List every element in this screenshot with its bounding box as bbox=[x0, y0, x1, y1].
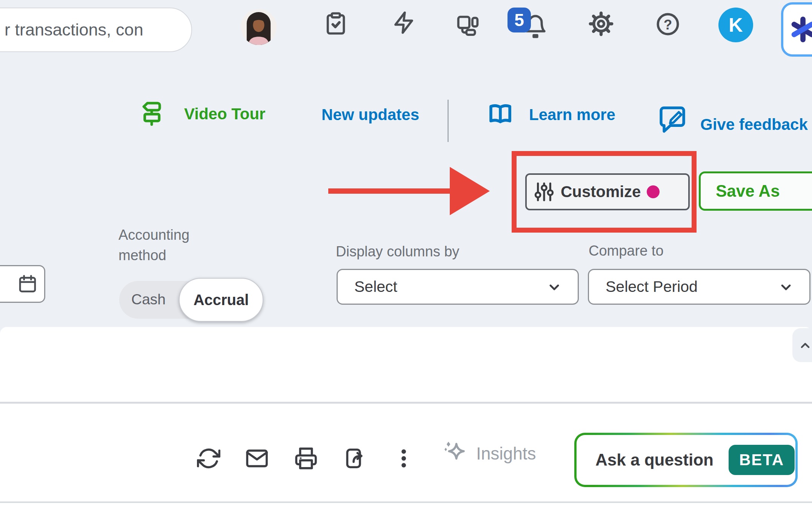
export-icon[interactable] bbox=[343, 447, 367, 470]
toggle-option-cash[interactable]: Cash bbox=[131, 291, 166, 308]
avatar-photo bbox=[241, 9, 277, 45]
browser-extension-button[interactable] bbox=[781, 2, 812, 57]
notification-count: 5 bbox=[514, 10, 524, 30]
give-feedback-link[interactable]: Give feedback bbox=[700, 116, 808, 134]
ask-a-question-button[interactable]: Ask a question BETA bbox=[574, 433, 798, 487]
compare-to-label: Compare to bbox=[589, 241, 664, 261]
account-avatar[interactable]: K bbox=[718, 8, 753, 42]
learn-more-book-icon bbox=[486, 100, 515, 127]
refresh-icon[interactable] bbox=[197, 447, 220, 470]
insights-button[interactable]: Insights bbox=[476, 443, 536, 464]
collapse-header-button[interactable] bbox=[792, 328, 812, 362]
ask-a-question-inner: Ask a question BETA bbox=[577, 435, 795, 485]
panel-divider-top bbox=[0, 402, 812, 404]
display-columns-select[interactable]: Select bbox=[337, 269, 579, 305]
tasks-clipboard-icon[interactable] bbox=[324, 11, 348, 35]
insights-sparkle-icon bbox=[442, 439, 469, 466]
learn-more-link[interactable]: Learn more bbox=[529, 106, 615, 124]
asterisk-icon bbox=[789, 16, 812, 43]
calendar-icon bbox=[17, 273, 38, 295]
user-avatar[interactable] bbox=[241, 9, 277, 45]
chevron-up-icon bbox=[797, 337, 812, 353]
date-range-field[interactable] bbox=[0, 265, 45, 303]
search-input[interactable]: r transactions, con bbox=[0, 8, 192, 52]
apps-devices-icon[interactable] bbox=[456, 13, 480, 37]
accounting-method-label: Accounting method bbox=[118, 225, 217, 266]
beta-badge: BETA bbox=[729, 445, 795, 475]
search-input-value: r transactions, con bbox=[0, 20, 143, 40]
ask-a-question-label: Ask a question bbox=[595, 450, 714, 469]
give-feedback-icon bbox=[657, 103, 687, 134]
chevron-down-icon bbox=[777, 278, 795, 296]
email-icon[interactable] bbox=[245, 447, 269, 470]
compare-to-select[interactable]: Select Period bbox=[588, 269, 810, 305]
help-icon[interactable]: ? bbox=[655, 11, 681, 37]
toggle-option-accrual[interactable]: Accrual bbox=[179, 278, 263, 322]
print-icon[interactable] bbox=[294, 447, 318, 470]
panel-divider-bottom bbox=[0, 501, 812, 503]
display-columns-label: Display columns by bbox=[336, 242, 459, 262]
account-initial: K bbox=[729, 14, 743, 36]
annotation-arrow bbox=[328, 166, 491, 216]
save-as-button[interactable]: Save As bbox=[699, 171, 812, 211]
quick-actions-lightning-icon[interactable] bbox=[392, 11, 416, 35]
video-tour-link[interactable]: Video Tour bbox=[184, 105, 265, 123]
customize-button-label: Customize bbox=[561, 183, 641, 201]
more-options-kebab-icon[interactable] bbox=[392, 447, 415, 470]
toggle-option-accrual-label: Accrual bbox=[194, 292, 249, 308]
sliders-icon bbox=[534, 181, 555, 202]
reports-page: r transactions, con bbox=[0, 0, 812, 509]
links-divider bbox=[448, 100, 449, 142]
new-updates-link[interactable]: New updates bbox=[321, 106, 419, 124]
save-as-button-label: Save As bbox=[716, 182, 780, 201]
customize-notification-dot bbox=[647, 185, 660, 198]
compare-to-value: Select Period bbox=[606, 278, 698, 296]
settings-gear-icon[interactable] bbox=[589, 11, 614, 36]
video-tour-icon bbox=[139, 97, 165, 129]
notification-count-badge: 5 bbox=[508, 8, 531, 32]
display-columns-value: Select bbox=[354, 278, 397, 296]
customize-button[interactable]: Customize bbox=[525, 173, 690, 210]
question-mark-glyph: ? bbox=[664, 17, 672, 32]
chevron-down-icon bbox=[545, 278, 563, 296]
